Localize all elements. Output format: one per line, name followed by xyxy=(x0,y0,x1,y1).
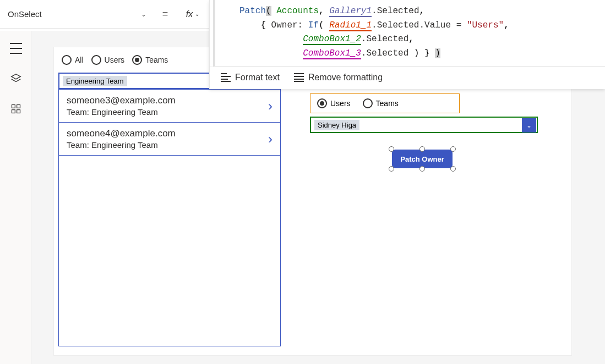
radio-icon xyxy=(317,98,327,108)
button-label: Patch Owner xyxy=(400,155,444,163)
fx-button[interactable]: fx ⌄ xyxy=(176,0,209,29)
combobox-value: Sidney Higa xyxy=(314,120,359,130)
formula-editor[interactable]: Patch( Accounts, Gallery1.Selected, { Ow… xyxy=(213,0,605,67)
token-datasource: Accounts xyxy=(276,6,319,16)
token-gallery: Gallery1 xyxy=(329,6,372,17)
selection-handle[interactable] xyxy=(450,146,456,152)
radio-icon xyxy=(91,55,101,65)
app-canvas: All Users Teams Engineering Team ⌄ someo… xyxy=(54,47,571,355)
left-rail xyxy=(0,31,32,364)
token-combobox: ComboBox1_2 xyxy=(303,34,361,45)
property-dropdown[interactable]: OnSelect ⌄ xyxy=(0,0,154,29)
svg-rect-3 xyxy=(17,110,20,113)
radio-label: Users xyxy=(330,99,351,108)
radio-label: Users xyxy=(105,56,125,64)
apps-icon[interactable] xyxy=(10,103,21,114)
remove-formatting-label: Remove formatting xyxy=(308,73,383,82)
gallery[interactable]: someone3@example.com Team: Engineering T… xyxy=(58,89,281,346)
radio-teams-right[interactable]: Teams xyxy=(363,98,399,108)
combobox-value: Engineering Team xyxy=(63,76,127,86)
radio-label: Teams xyxy=(145,56,168,64)
radio-users[interactable]: Users xyxy=(91,55,125,65)
remove-formatting-button[interactable]: Remove formatting xyxy=(294,73,383,82)
patch-owner-button[interactable]: Patch Owner xyxy=(392,150,453,168)
radio-icon xyxy=(132,55,142,65)
radio-icon xyxy=(62,55,72,65)
gallery-item[interactable]: someone3@example.com Team: Engineering T… xyxy=(59,90,280,123)
radio-filter-left[interactable]: All Users Teams xyxy=(62,55,168,65)
token-combobox: ComboBox1_3 xyxy=(303,48,361,59)
selection-handle[interactable] xyxy=(389,146,394,152)
chevron-down-icon: ⌄ xyxy=(522,118,536,133)
chevron-down-icon: ⌄ xyxy=(195,11,199,17)
svg-rect-0 xyxy=(12,105,15,108)
gallery-item-team: Team: Engineering Team xyxy=(67,107,272,117)
format-text-icon xyxy=(221,73,231,82)
patch-owner-button-selection[interactable]: Patch Owner xyxy=(392,150,453,168)
chevron-right-icon[interactable]: › xyxy=(268,98,272,114)
formula-bar-panel: Patch( Accounts, Gallery1.Selected, { Ow… xyxy=(209,0,605,89)
radio-users-right[interactable]: Users xyxy=(317,98,351,108)
format-text-button[interactable]: Format text xyxy=(221,73,280,82)
hamburger-icon[interactable] xyxy=(10,43,22,54)
selection-handle[interactable] xyxy=(389,166,394,172)
svg-rect-2 xyxy=(12,110,15,113)
radio-all[interactable]: All xyxy=(62,55,84,65)
combobox-owner[interactable]: Sidney Higa ⌄ xyxy=(310,117,538,133)
gallery-item-email: someone4@example.com xyxy=(67,128,272,139)
selection-handle[interactable] xyxy=(419,166,425,172)
gallery-item-email: someone3@example.com xyxy=(67,95,272,106)
selection-handle[interactable] xyxy=(419,146,425,152)
format-text-label: Format text xyxy=(235,73,280,82)
property-dropdown-label: OnSelect xyxy=(8,9,42,19)
gallery-item[interactable]: someone4@example.com Team: Engineering T… xyxy=(59,123,280,156)
radio-label: Teams xyxy=(376,99,399,108)
chevron-right-icon[interactable]: › xyxy=(268,131,272,147)
radio-teams[interactable]: Teams xyxy=(132,55,168,65)
token-function: Patch xyxy=(239,6,266,16)
svg-rect-1 xyxy=(17,105,20,108)
token-radio: Radio1_1 xyxy=(329,20,372,31)
fx-label: fx xyxy=(186,9,193,19)
radio-owner-type[interactable]: Users Teams xyxy=(310,93,460,113)
equals-sign: = xyxy=(154,0,176,29)
selection-handle[interactable] xyxy=(450,166,456,172)
gallery-item-team: Team: Engineering Team xyxy=(67,140,272,150)
remove-formatting-icon xyxy=(294,73,304,82)
radio-icon xyxy=(363,98,373,108)
layers-icon[interactable] xyxy=(10,73,22,85)
chevron-down-icon: ⌄ xyxy=(141,10,146,18)
radio-label: All xyxy=(75,56,84,64)
